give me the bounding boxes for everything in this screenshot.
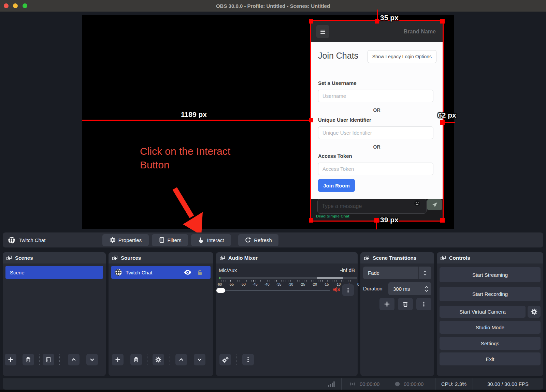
brand-name: Brand Name: [404, 21, 436, 42]
audio-mixer-title: Audio Mixer: [228, 255, 258, 261]
chat-input-area: Dead Simple Chat: [311, 199, 443, 221]
zoom-window-button[interactable]: [23, 3, 27, 8]
controls-dock: Controls Start Streaming Start Recording…: [437, 252, 543, 376]
instruction-line-2: Button: [140, 158, 230, 172]
toolbar-separator: [236, 355, 236, 365]
remove-scene-button[interactable]: [23, 354, 34, 365]
cpu-usage: CPU: 2.3%: [435, 378, 473, 390]
chevron-up-icon: [425, 286, 429, 288]
start-recording-button[interactable]: Start Recording: [440, 287, 541, 301]
chevron-down-icon: [425, 289, 429, 292]
add-transition-button[interactable]: [379, 298, 394, 310]
mixer-options-button[interactable]: [342, 284, 354, 296]
join-chats-card: Join Chats Show Legacy Login Options Set…: [311, 42, 443, 199]
message-field[interactable]: [317, 199, 427, 214]
minimize-window-button[interactable]: [13, 3, 18, 8]
window-bottom-edge: [0, 390, 546, 392]
instruction-text: Click on the Interact Button: [140, 145, 230, 172]
gear-icon: [110, 237, 116, 243]
duration-spin-arrows[interactable]: [425, 282, 429, 295]
selection-handle-top-right[interactable]: [440, 19, 445, 24]
toolbar-separator: [39, 355, 40, 365]
or-separator-2: OR: [311, 144, 443, 150]
transitions-dock-header[interactable]: Scene Transitions: [360, 252, 434, 263]
join-room-button[interactable]: Join Room: [318, 179, 355, 192]
join-chats-heading: Join Chats: [318, 51, 358, 61]
tick-label: -45: [252, 282, 257, 286]
source-down-button[interactable]: [194, 354, 205, 365]
send-button[interactable]: [427, 199, 442, 210]
transition-options-button[interactable]: [416, 298, 431, 310]
username-field[interactable]: [318, 90, 433, 102]
legacy-login-button[interactable]: Show Legacy Login Options: [368, 50, 436, 63]
eye-visibility-icon[interactable]: [184, 270, 191, 275]
record-time: 00:00:00: [404, 381, 423, 387]
duration-value: 300 ms: [393, 282, 410, 295]
tick-label: -20: [312, 282, 317, 286]
meter-light-segment: [317, 277, 343, 279]
access-token-field[interactable]: [318, 163, 433, 175]
chevron-up-icon: [423, 270, 427, 273]
uuid-label: Unique User Identifier: [318, 117, 371, 123]
studio-mode-button[interactable]: Studio Mode: [440, 321, 541, 334]
filters-label: Filters: [168, 237, 182, 243]
measure-label-width: 1189 px: [181, 110, 207, 119]
settings-button[interactable]: Settings: [440, 337, 541, 350]
advanced-audio-button[interactable]: [219, 354, 231, 365]
scene-list-item[interactable]: Scene: [5, 266, 103, 279]
browser-source-widget[interactable]: Brand Name Join Chats Show Legacy Login …: [311, 21, 443, 221]
source-toolbar: Twitch Chat Properties Filters Interact …: [3, 232, 543, 247]
source-properties-button[interactable]: [153, 354, 164, 365]
sources-dock-header[interactable]: Sources: [109, 252, 213, 263]
status-bar: 00:00:00 00:00:00 CPU: 2.3% 30.00 / 30.0…: [3, 378, 543, 390]
start-streaming-button[interactable]: Start Streaming: [440, 267, 541, 282]
scenes-dock-header[interactable]: Scenes: [3, 252, 106, 263]
add-source-button[interactable]: [112, 354, 124, 365]
close-window-button[interactable]: [4, 3, 9, 8]
selection-handle-bottom-left[interactable]: [309, 218, 313, 223]
mixer-menu-button[interactable]: [242, 354, 254, 365]
volume-slider-handle[interactable]: [216, 288, 225, 293]
transition-select-arrows[interactable]: [418, 267, 431, 279]
kebab-icon: [421, 301, 427, 307]
tick-label: -30: [288, 282, 293, 286]
measure-line-width: [82, 120, 311, 121]
start-virtual-camera-button[interactable]: Start Virtual Camera: [440, 306, 526, 318]
mute-icon[interactable]: [333, 286, 341, 293]
stream-time: 00:00:00: [360, 381, 379, 387]
virtual-camera-settings-button[interactable]: [528, 306, 541, 318]
dead-simple-chat-link[interactable]: Dead Simple Chat: [316, 214, 349, 218]
unlock-icon[interactable]: [197, 269, 203, 275]
scene-filters-button[interactable]: [43, 354, 54, 365]
controls-dock-header[interactable]: Controls: [437, 252, 543, 263]
measure-label-right: 62 px: [438, 111, 456, 119]
globe-icon: [115, 269, 122, 276]
audio-mixer-header[interactable]: Audio Mixer: [216, 252, 358, 263]
kebab-icon: [345, 287, 351, 293]
emoji-icon[interactable]: [414, 200, 420, 207]
record-icon: [394, 381, 400, 387]
transition-select[interactable]: Fade: [363, 267, 431, 279]
refresh-button[interactable]: Refresh: [238, 234, 278, 246]
interact-button[interactable]: Interact: [191, 234, 231, 246]
selection-handle-bottom-right[interactable]: [440, 218, 445, 223]
scene-down-button[interactable]: [86, 354, 98, 365]
exit-button[interactable]: Exit: [440, 352, 541, 365]
mixer-channel-name: Mic/Aux: [219, 267, 237, 273]
card-header: Join Chats Show Legacy Login Options: [311, 42, 443, 71]
signal-bars-icon: [328, 381, 336, 387]
filters-button[interactable]: Filters: [152, 234, 188, 246]
source-up-button[interactable]: [175, 354, 187, 365]
selection-handle-top-left[interactable]: [309, 19, 313, 24]
scene-up-button[interactable]: [68, 354, 80, 365]
duration-spinbox[interactable]: 300 ms: [388, 282, 431, 295]
measure-label-top: 35 px: [380, 14, 399, 22]
remove-source-button[interactable]: [130, 354, 142, 365]
add-scene-button[interactable]: [5, 354, 16, 365]
source-list-item[interactable]: Twitch Chat: [111, 266, 211, 279]
properties-button[interactable]: Properties: [102, 234, 149, 246]
remove-transition-button[interactable]: [398, 298, 413, 310]
volume-slider-track[interactable]: [219, 290, 330, 291]
uuid-field[interactable]: [318, 126, 433, 139]
hamburger-menu-button[interactable]: [316, 25, 329, 38]
